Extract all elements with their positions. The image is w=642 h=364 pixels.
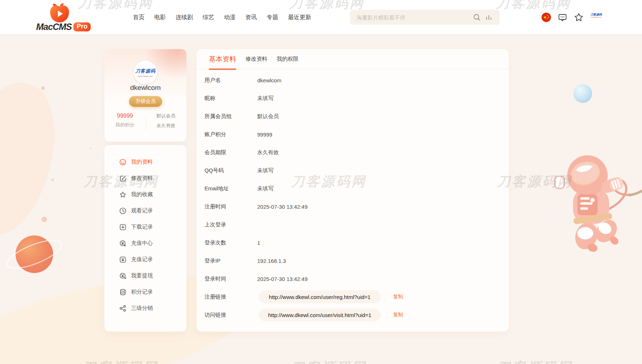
ranking-bars-icon[interactable] — [485, 13, 492, 21]
copy-visit-link-button[interactable]: 复制 — [393, 312, 403, 318]
sidebar-menu: 我的资料 修改资料 我的收藏 观看记录 — [104, 145, 186, 316]
favorites-star-icon[interactable] — [574, 12, 584, 22]
watermark: 刀客源码网 — [497, 359, 573, 364]
visit-link-field[interactable] — [259, 308, 381, 321]
astronaut-illustration — [552, 147, 642, 252]
menu-item-recharge-history[interactable]: 充值记录 — [104, 251, 186, 268]
row-login-ip: 登录IP 192.168.1.3 — [204, 252, 509, 270]
row-login-time: 登录时间 2025-07-30 13:42:49 — [204, 270, 509, 288]
yen-square-icon — [119, 256, 126, 263]
star-icon — [119, 191, 126, 198]
nav-item-home[interactable]: 首页 — [133, 14, 145, 21]
row-register-link: 注册链接 复制 — [204, 288, 509, 306]
share-nodes-icon — [119, 305, 126, 312]
profile-detail-card: 基本资料 修改资料 我的权限 用户名 dkewlcom 昵称 未填写 所属会员组… — [197, 49, 509, 332]
nav-item-variety[interactable]: 综艺 — [203, 14, 214, 21]
row-visit-link: 访问链接 复制 — [204, 306, 509, 324]
decor-dot — [42, 217, 47, 222]
profile-tabs: 基本资料 修改资料 我的权限 — [197, 49, 508, 69]
nav-item-recent[interactable]: 最近更新 — [288, 14, 311, 21]
copy-register-link-button[interactable]: 复制 — [393, 294, 403, 300]
watermark: 刀客源码网 — [82, 359, 158, 364]
menu-item-distribution[interactable]: 三级分销 — [104, 300, 186, 316]
dkewl-logo-icon[interactable]: 刀客源码 www.dkewl.com — [590, 13, 602, 21]
decor-dot — [41, 86, 45, 90]
clock-icon — [119, 207, 126, 214]
sidebar-menu-card: 我的资料 修改资料 我的收藏 观看记录 — [104, 145, 186, 332]
menu-item-withdraw[interactable]: 我要提现 — [104, 268, 186, 284]
decor-blob — [0, 73, 69, 245]
tab-basic-info[interactable]: 基本资料 — [209, 49, 236, 69]
nav-item-anime[interactable]: 动漫 — [224, 14, 236, 21]
messages-icon[interactable] — [557, 12, 568, 22]
avatar[interactable]: 刀客源码 www.dkewl.com — [134, 61, 157, 84]
search-bar — [350, 10, 500, 25]
nav-item-movies[interactable]: 电影 — [154, 14, 166, 21]
points-label: 我的积分 — [104, 122, 146, 128]
planet-illustration — [7, 226, 68, 284]
decor-moon — [573, 84, 592, 103]
row-email: Email地址 未填写 — [204, 179, 509, 198]
logo-name: MacCMS — [36, 22, 72, 32]
row-member-term: 会员期限 永久有效 — [204, 143, 509, 161]
user-profile-card: 刀客源码 www.dkewl.com dkewlcom 升级会员 99999 我… — [104, 49, 186, 142]
main-nav: 首页 电影 连续剧 综艺 动漫 资讯 专题 最近更新 — [133, 0, 311, 35]
menu-item-download-history[interactable]: 下载记录 — [104, 219, 186, 235]
decor-dot — [89, 147, 91, 150]
member-group: 默认会员 — [146, 113, 187, 119]
tab-edit-profile[interactable]: 修改资料 — [246, 49, 267, 69]
row-login-count: 登录次数 1 — [204, 234, 509, 252]
points-value: 99999 — [104, 113, 146, 119]
member-validity: 永久有效 — [146, 122, 187, 129]
yen-circle-plus-icon — [119, 240, 126, 247]
nav-item-topics[interactable]: 专题 — [267, 14, 278, 21]
watermark: 刀客源码网 — [291, 359, 367, 364]
row-nickname: 昵称 未填写 — [204, 89, 509, 107]
user-stats: 99999 我的积分 默认会员 永久有效 — [104, 113, 186, 129]
svg-text:★: ★ — [543, 15, 547, 20]
register-link-field[interactable] — [259, 290, 381, 303]
row-member-group: 所属会员组 默认会员 — [204, 107, 509, 125]
upgrade-member-button[interactable]: 升级会员 — [129, 96, 162, 107]
membership-column: 默认会员 永久有效 — [146, 113, 187, 129]
search-icon[interactable] — [473, 13, 481, 21]
row-last-login: 上次登录 — [204, 216, 509, 234]
row-username: 用户名 dkewlcom — [204, 71, 509, 89]
menu-item-watch-history[interactable]: 观看记录 — [104, 203, 186, 219]
row-register-time: 注册时间 2025-07-30 13:42:49 — [204, 198, 509, 216]
stats-divider — [146, 115, 146, 131]
download-icon — [119, 224, 126, 231]
header: MacCMS Pro 首页 电影 连续剧 综艺 动漫 资讯 专题 最近更新 — [0, 0, 642, 35]
menu-item-edit-profile[interactable]: 修改资料 — [104, 170, 186, 186]
points-column: 99999 我的积分 — [104, 113, 146, 129]
site-logo[interactable]: MacCMS Pro — [36, 1, 90, 33]
yen-withdraw-icon — [119, 272, 126, 280]
nav-item-news[interactable]: 资讯 — [245, 14, 257, 21]
profile-rows: 用户名 dkewlcom 昵称 未填写 所属会员组 默认会员 账户积分 9999… — [197, 69, 509, 324]
menu-item-favorites[interactable]: 我的收藏 — [104, 186, 186, 203]
row-account-points: 账户积分 99999 — [204, 125, 509, 143]
tab-my-permissions[interactable]: 我的权限 — [277, 49, 298, 69]
header-actions: ★ 刀客源码 www.dkewl.com — [541, 0, 602, 35]
maccms-apple-icon — [49, 3, 70, 23]
edit-square-icon — [119, 175, 126, 182]
nav-item-series[interactable]: 连续剧 — [176, 14, 193, 21]
logo-badge: Pro — [73, 22, 91, 31]
language-flag-icon[interactable]: ★ — [541, 12, 551, 22]
database-icon — [119, 289, 126, 296]
decor-dot — [51, 178, 54, 181]
username: dkewlcom — [104, 84, 186, 92]
page: MacCMS Pro 首页 电影 连续剧 综艺 动漫 资讯 专题 最近更新 — [0, 0, 642, 364]
menu-item-points-history[interactable]: 积分记录 — [104, 284, 186, 300]
menu-item-recharge-center[interactable]: 充值中心 — [104, 235, 186, 251]
menu-item-my-profile[interactable]: 我的资料 — [104, 154, 186, 170]
row-qq-number: QQ号码 未填写 — [204, 161, 509, 179]
smiley-profile-icon — [119, 159, 126, 166]
